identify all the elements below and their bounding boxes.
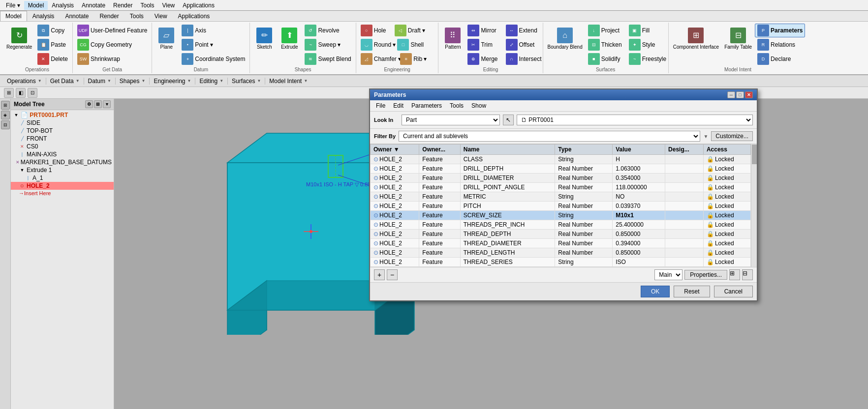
table-row[interactable]: ⊙HOLE_2 Feature THREAD_LENGTH Real Numbe… [371,248,751,258]
action-btn-2[interactable]: ⊟ [742,269,753,280]
trim-button[interactable]: ✂ Trim [465,38,502,52]
thicken-button[interactable]: ⊟ Thicken [586,38,625,52]
cancel-button[interactable]: Cancel [714,286,753,297]
tab-render[interactable]: Render [94,11,124,21]
tab-annotate[interactable]: Annotate [60,11,94,21]
mirror-button[interactable]: ⇔ Mirror [465,24,502,37]
swept-blend-button[interactable]: ≋ Swept Blend [302,52,353,66]
menu-model[interactable]: Model [24,1,48,10]
tree-item-side[interactable]: ╱ SIDE [11,119,114,127]
menu-tools[interactable]: Tools [136,1,158,10]
col-type[interactable]: Type [555,145,613,155]
tree-collapse-btn[interactable]: ▾ [103,100,111,108]
left-tool-2[interactable]: ◈ [1,111,10,119]
component-interface-button[interactable]: ⊞ Component Interface [671,24,721,53]
ops-surfaces-arrow[interactable]: ▼ [257,79,261,83]
look-in-cursor-btn[interactable]: ↖ [503,115,514,125]
extend-button[interactable]: ↔ Extend [504,24,541,37]
paste-button[interactable]: 📋 Paste [35,38,70,52]
menu-analysis[interactable]: Analysis [48,1,78,10]
table-row[interactable]: ⊙HOLE_2 Feature THREAD_DIAMETER Real Num… [371,239,751,248]
axis-button[interactable]: | Axis [179,24,248,37]
delete-button[interactable]: ✕ Delete [35,52,70,66]
main-select[interactable]: Main [654,269,682,280]
table-row[interactable]: ⊙HOLE_2 Feature PITCH Real Number 0.0393… [371,202,751,211]
look-in-dropdown[interactable]: Part [402,115,500,125]
menu-render[interactable]: Render [109,1,136,10]
table-row[interactable]: ⊙HOLE_2 Feature SCREW_SIZE String M10x1 … [371,211,751,220]
table-row[interactable]: ⊙HOLE_2 Feature METRIC String NO 🔒Locked [371,192,751,202]
fill-button[interactable]: ▣ Fill [626,24,666,37]
filter-dropdown[interactable]: Current and all sublevels [399,131,700,142]
tree-item-front[interactable]: ╱ FRONT [11,135,114,143]
copy-button[interactable]: ⧉ Copy [35,24,70,37]
tree-item-main-axis[interactable]: | MAIN-AXIS [11,150,114,158]
freestyle-button[interactable]: ~ Freestyle [626,52,666,66]
ops-editing-arrow[interactable]: ▼ [219,79,223,83]
round-button[interactable]: ◡ Round ▾ [358,38,394,52]
reset-button[interactable]: Reset [674,286,710,297]
hole-button[interactable]: ○ Hole [358,24,391,37]
tab-applications[interactable]: Applications [173,11,216,21]
tab-view[interactable]: View [149,11,173,21]
params-table-scroll[interactable]: Owner ▼ Owner... Name Type Value Desig..… [370,144,757,267]
table-row[interactable]: ⊙HOLE_2 Feature DRILL_DIAMETER Real Numb… [371,174,751,183]
sec-btn-1[interactable]: ⊞ [4,88,14,98]
table-row[interactable]: ⊙HOLE_2 Feature DRILL_DEPTH Real Number … [371,164,751,174]
menu-annotate[interactable]: Annotate [78,1,109,10]
shell-button[interactable]: □ Shell [395,38,431,52]
chamfer-button[interactable]: ◿ Chamfer ▾ [358,52,397,66]
shrinkwrap-button[interactable]: SW Shrinkwrap [75,52,150,66]
tree-item-extrude1[interactable]: ▼ Extrude 1 [11,166,114,174]
plane-button[interactable]: ▱ Plane [154,24,179,53]
ops-operations-arrow[interactable]: ▼ [38,79,42,83]
add-param-button[interactable]: + [374,269,385,280]
col-owner-type[interactable]: Owner... [419,145,460,155]
col-access[interactable]: Access [703,145,750,155]
ops-get-data-arrow[interactable]: ▼ [76,79,80,83]
remove-param-button[interactable]: − [387,269,398,280]
restore-button[interactable]: □ [736,91,744,98]
scrollbar-track[interactable] [751,144,757,267]
ops-datum-arrow[interactable]: ▼ [107,79,111,83]
family-table-button[interactable]: ⊟ Family Table [722,24,754,53]
tree-item-hole2[interactable]: ⊙ HOLE_2 [11,182,114,190]
ops-shapes-arrow[interactable]: ▼ [142,79,146,83]
prt-select[interactable]: 🗋 PRT0001 [517,115,753,125]
cell-value[interactable]: M10x1 [613,211,665,220]
relations-button[interactable]: R Relations [755,38,805,52]
table-row[interactable]: ⊙HOLE_2 Feature CLASS String H 🔒Locked [371,155,751,164]
merge-button[interactable]: ⊕ Merge [465,52,502,66]
solidify-button[interactable]: ■ Solidify [586,52,625,66]
ops-model-intent-arrow[interactable]: ▼ [304,79,308,83]
declare-button[interactable]: D Declare [755,52,805,66]
copy-geometry-button[interactable]: CG Copy Geometry [75,38,150,52]
filter-arrow[interactable]: ▼ [703,134,708,139]
ops-engineering-arrow[interactable]: ▼ [187,79,191,83]
menu-applications[interactable]: Applications [179,1,218,10]
coord-system-button[interactable]: ⌖ Coordinate System [179,52,248,66]
table-row[interactable]: ⊙HOLE_2 Feature THREADS_PER_INCH Real Nu… [371,220,751,230]
left-tool-3[interactable]: ⊟ [1,120,10,129]
col-name[interactable]: Name [460,145,555,155]
intersect-button[interactable]: ∩ Intersect [504,52,541,66]
tree-settings-btn[interactable]: ⚙ [85,100,93,108]
tree-item-a1[interactable]: | A_1 [11,174,114,182]
tree-item-prt0001[interactable]: ▼ 📄 PRT0001.PRT [11,111,114,119]
tree-item-top-bot[interactable]: ╱ TOP-BOT [11,127,114,135]
offset-button[interactable]: ⤢ Offset [504,38,541,52]
col-value[interactable]: Value [613,145,665,155]
point-button[interactable]: • Point ▾ [179,38,248,52]
draft-button[interactable]: ◁ Draft ▾ [392,24,425,37]
boundary-blend-button[interactable]: ⌂ Boundary Blend [545,24,585,53]
action-btn-1[interactable]: ⊞ [729,269,740,280]
revolve-button[interactable]: ↺ Revolve [302,24,353,37]
scrollbar-thumb[interactable] [752,145,757,164]
tab-model[interactable]: Model [0,11,27,21]
user-defined-feature-button[interactable]: UDF User-Defined Feature [75,24,150,37]
params-menu-tools[interactable]: Tools [446,101,467,110]
parameters-button[interactable]: P Parameters [755,24,805,37]
params-menu-file[interactable]: File [372,101,389,110]
menu-view[interactable]: View [158,1,179,10]
table-row[interactable]: ⊙HOLE_2 Feature DRILL_POINT_ANGLE Real N… [371,183,751,192]
